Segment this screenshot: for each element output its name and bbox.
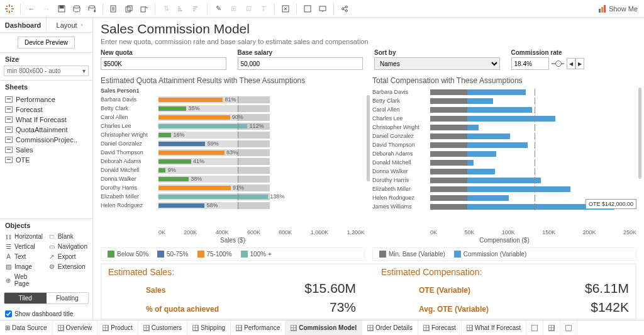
object-text[interactable]: AText	[3, 252, 46, 261]
tab-layout[interactable]: Layout◦	[47, 18, 92, 32]
dashboard-side-panel: Dashboard Layout◦ Device Preview Size mi…	[0, 18, 93, 320]
legend-item: 100% +	[241, 251, 272, 258]
param-comm-label: Commission rate	[511, 49, 637, 56]
sheet-item[interactable]: What If Forecast	[0, 115, 92, 125]
worksheet-icon	[5, 96, 13, 103]
svg-rect-24	[304, 6, 311, 12]
param-comm-slider[interactable]	[552, 63, 564, 64]
legend-item: Min. Base (Variable)	[379, 251, 445, 258]
new-story-tab[interactable]	[560, 321, 577, 335]
bottom-tab[interactable]: Commission Model	[286, 321, 362, 335]
sheet-item[interactable]: Forecast	[0, 105, 92, 115]
tableau-logo-icon[interactable]	[3, 2, 16, 16]
duplicate-icon[interactable]	[122, 2, 136, 16]
object-horizontal[interactable]: ⫿⫿Horizontal	[3, 232, 46, 241]
sheet-item[interactable]: OTE	[0, 155, 92, 165]
comp-bar-row: James WilliamsOTE $142,000.00	[372, 202, 636, 211]
clear-icon[interactable]	[137, 2, 151, 16]
sort-asc-icon[interactable]	[174, 2, 188, 16]
quota-bar-row: Dorothy Harris91%	[101, 183, 365, 192]
totals-icon[interactable]: ⊡	[242, 2, 255, 16]
bottom-tab[interactable]: Performance	[231, 321, 286, 335]
sheet-item[interactable]: Sales	[0, 145, 92, 155]
svg-text:+: +	[94, 9, 96, 13]
tiled-toggle[interactable]: Tiled	[4, 293, 47, 304]
object-navigation[interactable]: ▭Navigation	[46, 242, 90, 251]
object-vertical[interactable]: ☰Vertical	[3, 242, 46, 251]
object-web page[interactable]: ⊕Web Page	[3, 272, 46, 288]
sheet-tab-icon	[143, 325, 150, 331]
floating-toggle[interactable]: Floating	[47, 293, 89, 304]
svg-rect-29	[599, 9, 601, 13]
tab-dashboard[interactable]: Dashboard	[0, 18, 47, 32]
new-worksheet-tab[interactable]	[526, 321, 543, 335]
object-export[interactable]: ↗Export	[46, 252, 90, 261]
scrollbar-thumb[interactable]	[367, 95, 370, 181]
sheet-item[interactable]: QuotaAttainment	[0, 125, 92, 135]
chart2-xlabel: Compensation ($)	[372, 237, 636, 244]
svg-rect-20	[193, 6, 197, 8]
presentation-icon[interactable]	[316, 2, 330, 16]
bottom-tab[interactable]: What If Forecast	[462, 321, 526, 335]
show-me-button[interactable]: Show Me	[595, 5, 641, 13]
sheet-item[interactable]: CommissionProjec..	[0, 135, 92, 145]
datasource-icon: ⊞	[5, 324, 10, 331]
step-next-icon[interactable]: ▶	[575, 58, 584, 69]
cards-icon[interactable]	[301, 2, 314, 16]
share-icon[interactable]	[338, 2, 352, 16]
param-base-label: Base salary	[238, 49, 364, 56]
step-prev-icon[interactable]: ◀	[567, 58, 575, 69]
bottom-tab[interactable]: Product	[97, 321, 138, 335]
dashboard-subtitle: Enter new quota, commission rate and bas…	[101, 38, 636, 45]
svg-rect-1	[9, 11, 10, 13]
scrollbar-thumb[interactable]	[638, 88, 641, 179]
param-quota-input[interactable]	[101, 57, 226, 70]
group-icon[interactable]: ⊞	[226, 2, 240, 16]
chart2-title: Total Compensation with These Assumption…	[372, 76, 636, 85]
object-image[interactable]: ▨Image	[3, 262, 46, 271]
bottom-tab[interactable]: Order Details	[362, 321, 418, 335]
comp-bar-row: Dorothy Harris	[372, 176, 636, 185]
legend-quota: Below 50%50-75%75-100%100% +	[101, 247, 365, 261]
back-icon[interactable]: ←	[25, 2, 38, 16]
param-comm-input[interactable]	[511, 57, 549, 70]
quota-bar-row: Christopher Wright16%	[101, 130, 365, 139]
bottom-tab[interactable]: Overview	[53, 321, 98, 335]
new-datasource-icon[interactable]	[70, 2, 84, 16]
bottom-tab[interactable]: Customers	[138, 321, 187, 335]
new-dashboard-tab[interactable]	[543, 321, 560, 335]
object-extension[interactable]: ⚙Extension	[46, 262, 90, 271]
svg-rect-6	[6, 11, 8, 12]
forward-icon[interactable]: →	[40, 2, 53, 16]
sheet-tab-icon	[58, 325, 64, 331]
sort-desc-icon[interactable]	[189, 2, 203, 16]
comp-bar-row: Donna Walker	[372, 167, 636, 176]
text-icon: A	[5, 253, 12, 260]
bottom-tab[interactable]: Shipping	[187, 321, 231, 335]
bottom-tab[interactable]: ⊞Data Source	[0, 321, 53, 335]
device-preview-button[interactable]: Device Preview	[18, 37, 75, 48]
main-toolbar: ← → + ⇅ ✎ ⊞ ⊡ T Show Me	[0, 0, 644, 18]
object-blank[interactable]: □Blank	[46, 232, 90, 241]
bottom-tab[interactable]: Forecast	[418, 321, 462, 335]
worksheet-icon	[5, 137, 13, 143]
size-value[interactable]: min 800x600 - auto▾	[4, 65, 89, 76]
svg-rect-7	[11, 11, 13, 12]
save-icon[interactable]	[55, 2, 69, 16]
web page-icon: ⊕	[5, 277, 12, 284]
pause-auto-icon[interactable]: +	[85, 2, 99, 16]
labels-icon[interactable]: T	[257, 2, 270, 16]
sheet-tab-icon	[467, 325, 473, 331]
param-sort-label: Sort by	[374, 49, 500, 56]
svg-rect-30	[601, 7, 603, 13]
fit-icon[interactable]	[279, 2, 292, 16]
new-worksheet-icon[interactable]	[107, 2, 121, 16]
swap-icon[interactable]: ⇅	[159, 2, 173, 16]
param-sort-select[interactable]: Names	[374, 57, 500, 70]
comp-bar-row: Daniel Gonzalez	[372, 132, 636, 140]
show-title-checkbox[interactable]: Show dashboard title	[0, 308, 92, 320]
highlight-icon[interactable]: ✎	[211, 2, 225, 16]
sheet-item[interactable]: Performance	[0, 94, 92, 105]
quota-bar-row: Donna Walker38%	[101, 174, 365, 183]
param-base-input[interactable]	[238, 57, 364, 70]
